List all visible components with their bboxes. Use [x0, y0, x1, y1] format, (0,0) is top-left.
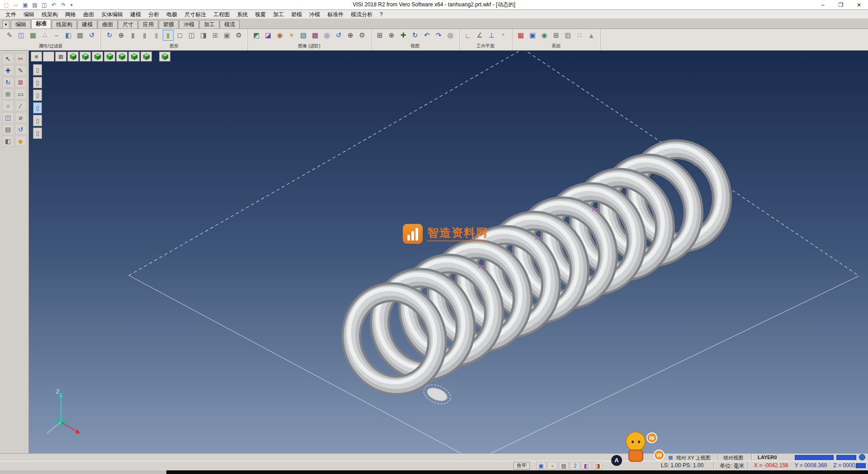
mirror-icon[interactable]: ◫ — [2, 112, 14, 123]
adv-refresh-icon[interactable]: ↺ — [333, 30, 344, 41]
system-monitor-icon[interactable]: ▣ — [527, 30, 538, 41]
menu-item-16[interactable]: 标准件 — [324, 10, 347, 19]
maximize-button[interactable]: ❐ — [832, 0, 850, 9]
print-icon[interactable]: ▤ — [31, 1, 39, 9]
menu-item-3[interactable]: 网格 — [61, 10, 80, 19]
zoom-window-icon[interactable]: ⊞ — [55, 52, 66, 62]
undo-icon[interactable]: ↶ — [50, 1, 58, 9]
absolute-view-label[interactable]: 绝对视图 — [723, 455, 743, 461]
erase-icon[interactable]: ⊠ — [15, 77, 27, 88]
redo-icon[interactable]: ↷ — [59, 1, 67, 9]
menu-item-5[interactable]: 实体编辑 — [98, 10, 127, 19]
menu-item-13[interactable]: 加工 — [269, 10, 288, 19]
filter-reset-icon[interactable]: ↺ — [86, 30, 97, 41]
adv-light-icon[interactable]: ☀ — [286, 30, 297, 41]
tab-2[interactable]: 线架构 — [52, 20, 77, 28]
layers-icon[interactable]: ▤ — [2, 124, 14, 135]
workplane-normal-icon[interactable]: ⊥ — [486, 30, 497, 41]
new-file-icon[interactable]: ▢ — [2, 1, 10, 9]
menu-item-17[interactable]: 模流分析 — [347, 10, 376, 19]
tab-4[interactable]: 曲面 — [98, 20, 118, 28]
tab-8[interactable]: 冲模 — [179, 20, 199, 28]
wireframe-view-icon[interactable]: ◻ — [175, 30, 185, 41]
tab-dropdown-icon[interactable]: ▼ — [2, 20, 9, 28]
globe-status-icon[interactable] — [859, 454, 865, 460]
menu-item-2[interactable]: 线架构 — [38, 10, 61, 19]
render-box-icon[interactable]: ▣ — [222, 30, 232, 41]
menu-item-12[interactable]: 视窗 — [251, 10, 269, 19]
redraw-icon[interactable]: ↻ — [104, 30, 115, 41]
clipboard-slot-6[interactable]: ▯ — [33, 128, 42, 139]
viewport-3d[interactable]: Z ≡ ⊞ ▯▯▯▯▯▯ 智造资料网 — [29, 51, 868, 453]
menu-item-7[interactable]: 分析 — [145, 10, 163, 19]
clipboard-slot-4[interactable]: ▯ — [33, 102, 42, 114]
system-globe-icon[interactable]: ◉ — [539, 30, 550, 41]
shaded-view-icon[interactable]: ▮ — [163, 30, 174, 41]
solid-box-icon[interactable]: ⊞ — [210, 30, 221, 41]
adv-render-icon[interactable]: ◩ — [251, 30, 262, 41]
tab-5[interactable]: 尺寸 — [118, 20, 138, 28]
menu-item-6[interactable]: 建模 — [127, 10, 145, 19]
filter-solids-icon[interactable]: ▩ — [75, 30, 85, 41]
workplane-3pt-icon[interactable]: ∠ — [474, 30, 485, 41]
tab-9[interactable]: 加工 — [199, 20, 219, 28]
filter-points-icon[interactable]: ∴ — [39, 30, 50, 41]
layer-indicator[interactable]: LAYER0 — [758, 455, 777, 460]
clipboard-slot-2[interactable]: ▯ — [33, 77, 42, 88]
regen-icon[interactable]: ↺ — [15, 124, 27, 135]
menu-item-8[interactable]: 电极 — [163, 10, 181, 19]
shade-cylinder-1-icon[interactable]: ▮ — [127, 30, 138, 41]
sketch-pencil-icon[interactable]: ✎ — [15, 65, 27, 76]
rectangle-icon[interactable]: ▭ — [15, 89, 27, 100]
adv-material-icon[interactable]: ◉ — [274, 30, 285, 41]
filter-surfaces-icon[interactable]: ◧ — [63, 30, 74, 41]
select-arrow-icon[interactable]: ↖ — [2, 53, 14, 64]
menu-item-10[interactable]: 工程图 — [210, 10, 233, 19]
menu-item-0[interactable]: 文件 — [2, 10, 20, 19]
attribute-brush-icon[interactable]: ✎ — [4, 30, 15, 41]
workplane-xy-icon[interactable]: ∟ — [462, 30, 473, 41]
minimize-button[interactable]: – — [814, 0, 832, 9]
blank-view-icon[interactable] — [43, 52, 54, 62]
lock-button[interactable]: 拴牢 — [514, 462, 530, 469]
line-icon[interactable]: ∕ — [15, 100, 27, 111]
quick-access-dropdown-icon[interactable]: ▾ — [69, 3, 75, 7]
iso-view-5-icon[interactable] — [128, 52, 140, 62]
mask-icon[interactable]: ◧ — [2, 136, 14, 147]
shade-cylinder-3-icon[interactable]: ▮ — [151, 30, 162, 41]
circle-icon[interactable]: ○ — [2, 100, 14, 111]
wireframe-cube-icon[interactable] — [67, 52, 79, 62]
tab-3[interactable]: 建模 — [77, 20, 97, 28]
menu-item-14[interactable]: 塑模 — [288, 10, 306, 19]
close-button[interactable]: ✕ — [850, 0, 868, 9]
adv-zoom-icon[interactable]: ⊕ — [345, 30, 356, 41]
tab-1[interactable]: 标准 — [31, 19, 51, 28]
menu-item-1[interactable]: 编辑 — [20, 10, 38, 19]
scene-canvas[interactable]: Z — [29, 51, 868, 453]
view-mode-label[interactable]: 绝对 XY 上视图 — [676, 455, 711, 461]
tab-6[interactable]: 应用 — [138, 20, 158, 28]
translate-icon[interactable]: ✚ — [2, 65, 14, 76]
section-view-icon[interactable]: ◨ — [198, 30, 209, 41]
status-printer-icon[interactable]: ▤ — [559, 462, 569, 469]
tab-10[interactable]: 模流 — [220, 20, 240, 28]
view-rotate-icon[interactable]: ↻ — [410, 30, 420, 41]
open-file-icon[interactable]: ▱ — [12, 1, 20, 9]
iso-view-1-icon[interactable] — [80, 52, 91, 62]
copy-attributes-icon[interactable]: ◫ — [16, 30, 27, 41]
clipboard-slot-3[interactable]: ▯ — [33, 90, 42, 101]
clipboard-slot-1[interactable]: ▯ — [33, 64, 42, 76]
system-table-icon[interactable]: ⊞ — [551, 30, 561, 41]
shade-cylinder-2-icon[interactable]: ▮ — [139, 30, 150, 41]
view-pan-icon[interactable]: ✚ — [398, 30, 409, 41]
adv-background-icon[interactable]: ▨ — [298, 30, 309, 41]
iso-view-3-icon[interactable] — [104, 52, 115, 62]
menu-item-9[interactable]: 尺寸标注 — [181, 10, 210, 19]
status-help2-icon[interactable]: 2 — [570, 462, 580, 469]
adv-shadow-icon[interactable]: ◪ — [263, 30, 274, 41]
adv-texture-icon[interactable]: ▩ — [310, 30, 321, 41]
iso-view-2-icon[interactable] — [92, 52, 103, 62]
view-zoom-window-icon[interactable]: ⊞ — [374, 30, 385, 41]
clipboard-slot-5[interactable]: ▯ — [33, 115, 42, 126]
trim-scissors-icon[interactable]: ✂ — [15, 53, 27, 64]
